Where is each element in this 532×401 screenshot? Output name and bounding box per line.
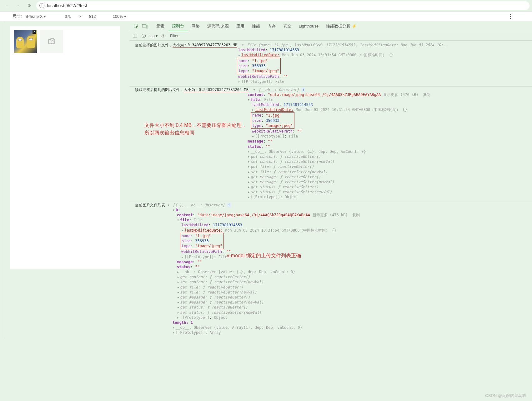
log-size: 大小为：0.34039783477783203 MB xyxy=(173,43,237,48)
expand-icon[interactable]: ▸ xyxy=(252,134,255,139)
browser-toolbar: ← → ⟳ i localhost:9527/#/test xyxy=(0,0,532,11)
file-inline: {name: '1.jpg', lastModified: 1717381914… xyxy=(258,43,526,48)
console-toolbar: top ▾ xyxy=(129,31,532,41)
prop-val: 1717381914553 xyxy=(270,48,299,52)
highlighted-props: name: "1.jpg" size: 356933 type: "image/… xyxy=(237,58,281,74)
svg-rect-2 xyxy=(146,25,148,28)
info-badge-icon[interactable]: i xyxy=(227,203,231,207)
clear-console-icon[interactable] xyxy=(141,33,147,39)
console-log-entry: 当前选择的图片文件，大小为：0.34039783477783203 MB ▾ F… xyxy=(129,42,532,86)
svg-line-6 xyxy=(143,35,145,37)
more-options-icon[interactable]: ⋮ xyxy=(508,13,513,20)
console-output: 当前选择的图片文件，大小为：0.34039783477783203 MB ▾ F… xyxy=(129,41,532,338)
expand-icon[interactable]: ▸ xyxy=(248,189,251,194)
image-thumbnail[interactable] xyxy=(14,30,37,53)
expand-icon[interactable]: ▸ xyxy=(177,274,180,279)
expand-icon[interactable]: ▸ xyxy=(248,184,251,189)
tab-sources[interactable]: 源代码/来源 xyxy=(203,22,233,31)
back-button[interactable]: ← xyxy=(3,1,11,10)
expand-icon[interactable]: ▸ xyxy=(177,310,180,315)
expand-icon[interactable]: ▸ xyxy=(238,53,241,58)
tab-console[interactable]: 控制台 xyxy=(168,21,188,31)
expand-icon[interactable]: ▾ xyxy=(253,87,256,92)
index-key: 0: xyxy=(176,208,180,212)
expand-icon[interactable]: ▸ xyxy=(177,295,180,300)
tab-performance[interactable]: 性能 xyxy=(248,22,264,31)
expand-icon[interactable]: ▸ xyxy=(248,179,251,184)
copy-link[interactable]: 复制 xyxy=(352,213,360,217)
tab-security[interactable]: 安全 xyxy=(279,22,295,31)
tab-lighthouse[interactable]: Lighthouse xyxy=(295,22,323,30)
expand-icon[interactable]: ▾ xyxy=(248,97,251,102)
expand-icon[interactable]: ▸ xyxy=(177,279,180,284)
sidebar-toggle-icon[interactable] xyxy=(132,33,138,39)
tab-memory[interactable]: 内存 xyxy=(264,22,279,31)
expand-icon[interactable]: ▸ xyxy=(177,269,180,274)
svg-rect-1 xyxy=(142,24,146,27)
expand-icon[interactable]: ▸ xyxy=(248,169,251,174)
expand-icon[interactable]: ▸ xyxy=(173,330,176,335)
device-toggle-icon[interactable] xyxy=(141,22,149,31)
expand-icon[interactable]: ▸ xyxy=(177,290,180,295)
prop-key: lastModified xyxy=(238,48,265,52)
prop-val: Mon Jun 03 2024 10:31:54 GMT+0800（中国标准时间… xyxy=(282,53,393,57)
expand-icon[interactable]: ▸ xyxy=(173,325,176,330)
context-select[interactable]: top ▾ xyxy=(149,34,158,38)
url-text: localhost:9527/#/test xyxy=(47,3,87,8)
log-size: 大小为：0.34039783477783203 MB xyxy=(184,88,248,92)
length-key: length: 1 xyxy=(173,320,193,325)
device-select[interactable]: iPhone X ▾ xyxy=(26,14,46,19)
expand-icon[interactable]: ▸ xyxy=(252,107,255,112)
console-log-entry: 当前图片文件列表 ▾ [{…}, __ob__: Observer] i ▾0:… xyxy=(129,202,532,337)
expand-icon[interactable]: ▾ xyxy=(177,218,180,223)
inspect-element-icon[interactable] xyxy=(132,22,141,31)
expand-icon[interactable]: ▾ xyxy=(167,203,170,208)
info-badge-icon[interactable]: i xyxy=(301,88,305,92)
highlighted-props: name: "1.jpg" size: 356933 type: "image/… xyxy=(251,112,294,129)
expand-icon[interactable]: ▸ xyxy=(181,228,184,233)
zoom-select[interactable]: 100% ▾ xyxy=(113,14,127,19)
expand-icon[interactable]: ▸ xyxy=(248,154,251,159)
tab-perf-insights[interactable]: 性能数据分析 ⚡ xyxy=(322,22,360,31)
expand-icon[interactable]: ▸ xyxy=(238,79,241,84)
app-viewport xyxy=(10,26,120,269)
prop-key[interactable]: lastModifiedDate: xyxy=(241,53,280,57)
expand-icon[interactable]: ▸ xyxy=(177,315,180,320)
svg-rect-3 xyxy=(133,34,137,38)
log-text: 当前图片文件列表 xyxy=(135,203,167,207)
tab-elements[interactable]: 元素 xyxy=(153,22,168,31)
log-text: 读取完成后得到的图片文件， xyxy=(135,88,184,92)
height-input[interactable]: 812 xyxy=(85,14,100,19)
annotation-text: 文件大小不到 0.4 MB，不需要压缩图片处理， 所以两次输出信息相同 xyxy=(144,122,247,137)
log-text: 当前选择的图片文件， xyxy=(135,43,173,47)
tab-application[interactable]: 应用 xyxy=(233,22,248,31)
tab-network[interactable]: 网络 xyxy=(188,22,203,31)
expand-icon[interactable]: ▸ xyxy=(248,159,251,164)
expand-icon[interactable]: ▸ xyxy=(248,164,251,169)
site-info-icon[interactable]: i xyxy=(39,3,44,8)
annotation-text: v-model 绑定的上传文件列表正确 xyxy=(227,252,301,259)
device-preview-panel xyxy=(4,21,129,338)
expand-icon[interactable]: ▸ xyxy=(181,254,184,259)
show-more-link[interactable]: 显示更多 (476 kB) xyxy=(383,93,419,97)
expand-icon[interactable]: ▸ xyxy=(177,285,180,290)
width-input[interactable]: 375 xyxy=(60,14,76,19)
address-bar[interactable]: i localhost:9527/#/test xyxy=(36,1,529,10)
expand-icon[interactable]: ▸ xyxy=(248,149,251,154)
show-more-link[interactable]: 显示更多 (476 kB) xyxy=(313,213,348,217)
ruler-column xyxy=(0,21,4,338)
expand-icon[interactable]: ▾ xyxy=(173,208,176,213)
copy-link[interactable]: 复制 xyxy=(423,93,430,97)
file-type: File xyxy=(247,43,256,47)
device-toolbar: 尺寸: iPhone X ▾ 375 × 812 100% ▾ ⋮ xyxy=(0,11,532,21)
reload-button[interactable]: ⟳ xyxy=(25,1,34,10)
expand-icon[interactable]: ▸ xyxy=(177,300,180,305)
filter-input[interactable] xyxy=(169,34,529,38)
expand-icon[interactable]: ▸ xyxy=(248,194,251,199)
expand-icon[interactable]: ▾ xyxy=(242,43,245,48)
expand-icon[interactable]: ▸ xyxy=(248,174,251,179)
forward-button[interactable]: → xyxy=(14,1,23,10)
expand-icon[interactable]: ▸ xyxy=(177,305,180,310)
live-expression-icon[interactable] xyxy=(160,33,166,39)
add-image-button[interactable] xyxy=(40,30,63,53)
